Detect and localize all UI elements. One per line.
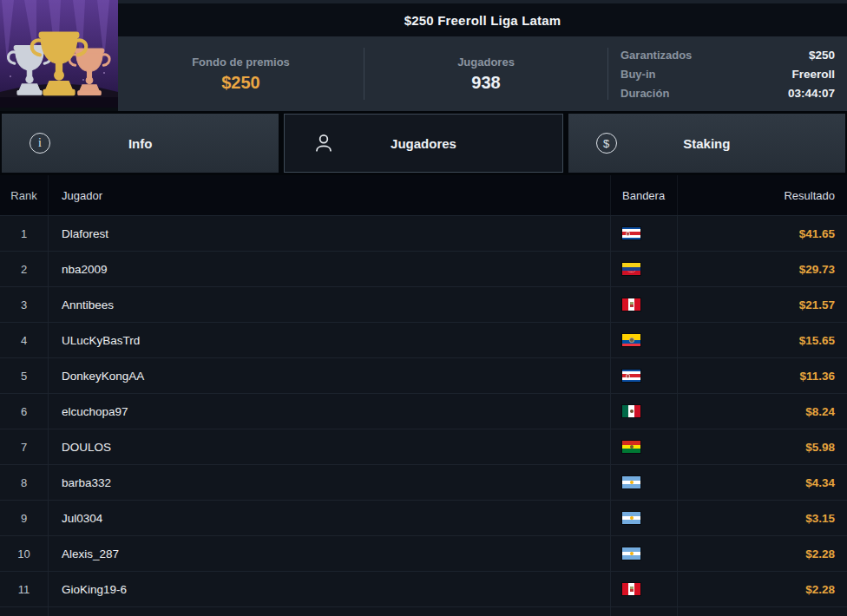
player-cell: Anntibees [48, 287, 610, 322]
tab-staking[interactable]: $ Staking [568, 114, 845, 173]
table-row[interactable]: 6 elcuchopa97 $8.24 [0, 393, 847, 429]
dollar-icon: $ [596, 133, 617, 154]
rank-cell: 3 [0, 298, 48, 311]
table-row[interactable]: 3 Anntibees $21.57 [0, 286, 847, 322]
player-cell: elcuchopa97 [48, 394, 610, 429]
table-header: Rank Jugador Bandera Resultado [0, 175, 847, 215]
table-row[interactable]: 8 barba332 $4.34 [0, 464, 847, 500]
table-row[interactable]: 11 GioKing19-6 $2.28 [0, 571, 847, 606]
col-rank: Rank [0, 189, 48, 202]
buyin-value: Freeroll [791, 65, 835, 83]
rank-cell: 1 [0, 227, 48, 240]
player-cell: nba2009 [48, 252, 610, 286]
prize-pool-label: Fondo de premios [192, 56, 290, 69]
tournament-details: Garantizados $250 Buy-in Freeroll Duraci… [608, 36, 847, 111]
player-cell: Jul0304 [48, 501, 610, 535]
title-bar: $250 Freeroll Liga Latam [118, 3, 847, 36]
guaranteed-value: $250 [809, 46, 835, 64]
stats-bar: Fondo de premios $250 Jugadores 938 Gara… [118, 36, 847, 111]
result-cell: $21.57 [677, 287, 847, 322]
tab-info[interactable]: i Info [2, 114, 279, 173]
argentina-flag-icon [622, 512, 640, 524]
mexico-flag-icon [622, 405, 640, 417]
flag-cell [610, 465, 677, 500]
table-row[interactable]: 5 DonkeyKongAA $11.36 [0, 357, 847, 393]
player-cell: DOULOS [48, 429, 610, 464]
players-count-value: 938 [471, 73, 500, 93]
trophies-illustration [0, 0, 118, 108]
ecuador-flag-icon [622, 334, 640, 346]
costa-rica-flag-icon [622, 227, 640, 239]
peru-flag-icon [622, 298, 640, 311]
rank-cell: 2 [0, 263, 48, 276]
table-row[interactable]: 7 DOULOS $5.98 [0, 429, 847, 464]
tab-jugadores[interactable]: Jugadores [284, 114, 562, 173]
rank-cell: 10 [0, 547, 48, 560]
table-row[interactable]: 4 ULucKyBasTrd $15.65 [0, 322, 847, 357]
rank-cell: 5 [0, 370, 48, 383]
person-icon [312, 132, 335, 154]
rank-cell: 7 [0, 441, 48, 454]
result-cell: $5.98 [677, 429, 847, 464]
duration-value: 03:44:07 [788, 84, 835, 102]
col-flag: Bandera [610, 175, 677, 215]
result-cell: $15.65 [677, 323, 847, 357]
flag-cell [610, 607, 677, 616]
flag-cell [610, 252, 677, 286]
player-cell: Alexis_287 [48, 536, 610, 571]
buyin-row: Buy-in Freeroll [620, 65, 835, 83]
guaranteed-label: Garantizados [620, 46, 692, 64]
tab-jugadores-label: Jugadores [391, 136, 456, 151]
rank-cell: 11 [0, 583, 48, 596]
flag-cell [610, 323, 677, 357]
tab-staking-label: Staking [683, 136, 730, 151]
peru-flag-icon [622, 583, 640, 595]
table-row[interactable]: 2 nba2009 $29.73 [0, 251, 847, 286]
trophy-image [0, 0, 118, 108]
flag-cell [610, 536, 677, 571]
table-row[interactable]: 12 Anibalsarro $2.28 [0, 606, 847, 616]
players-table: Rank Jugador Bandera Resultado 1 Dlafore… [0, 175, 847, 616]
prize-pool-value: $250 [221, 73, 260, 93]
table-row[interactable]: 1 Dlaforest $41.65 [0, 215, 847, 251]
result-cell: $2.28 [677, 607, 847, 616]
rank-cell: 9 [0, 512, 48, 525]
col-result: Resultado [677, 175, 847, 215]
flag-cell [610, 394, 677, 429]
duration-label: Duración [620, 84, 669, 102]
tab-info-label: Info [128, 136, 153, 151]
duration-row: Duración 03:44:07 [620, 84, 835, 102]
flag-cell [610, 429, 677, 464]
rank-cell: 8 [0, 476, 48, 489]
guaranteed-row: Garantizados $250 [620, 46, 835, 64]
table-row[interactable]: 10 Alexis_287 $2.28 [0, 535, 847, 571]
result-cell: $2.28 [677, 536, 847, 571]
flag-cell [610, 501, 677, 535]
result-cell: $3.15 [677, 501, 847, 535]
bolivia-flag-icon [622, 441, 640, 453]
player-cell: barba332 [48, 465, 610, 500]
col-player: Jugador [48, 175, 610, 215]
buyin-label: Buy-in [620, 65, 655, 83]
page-title: $250 Freeroll Liga Latam [404, 13, 561, 28]
argentina-flag-icon [622, 476, 640, 488]
table-row[interactable]: 9 Jul0304 $3.15 [0, 500, 847, 535]
result-cell: $2.28 [677, 572, 847, 606]
tournament-header: $250 Freeroll Liga Latam Fondo de premio… [0, 0, 847, 111]
result-cell: $8.24 [677, 394, 847, 429]
flag-cell [610, 287, 677, 322]
tab-bar: i Info Jugadores $ Staking [0, 111, 847, 175]
flag-cell [610, 358, 677, 393]
result-cell: $11.36 [677, 358, 847, 393]
players-count-label: Jugadores [457, 56, 515, 69]
info-icon: i [30, 133, 50, 154]
flag-cell [610, 216, 677, 251]
player-cell: DonkeyKongAA [48, 358, 610, 393]
venezuela-flag-icon [622, 263, 640, 275]
result-cell: $29.73 [677, 252, 847, 286]
rank-cell: 6 [0, 405, 48, 418]
rank-cell: 4 [0, 334, 48, 347]
player-cell: ULucKyBasTrd [48, 323, 610, 357]
players-count-stat: Jugadores 938 [364, 36, 607, 111]
flag-cell [610, 572, 677, 606]
